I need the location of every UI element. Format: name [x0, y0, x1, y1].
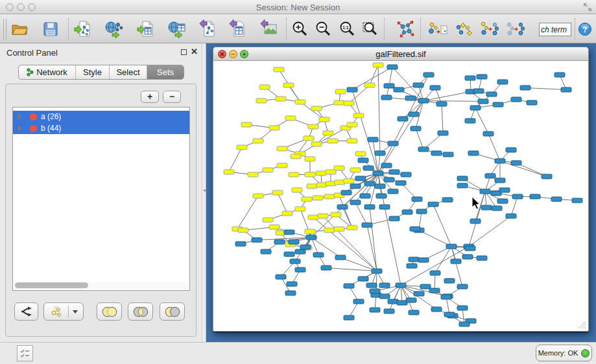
graph-node[interactable]	[274, 67, 284, 72]
graph-node[interactable]	[520, 85, 530, 90]
add-set-button[interactable]: +	[141, 91, 159, 103]
graph-node[interactable]	[276, 97, 286, 101]
graph-node[interactable]	[328, 139, 338, 143]
graph-node[interactable]	[350, 184, 361, 188]
graph-node[interactable]	[323, 131, 333, 135]
graph-node[interactable]	[364, 205, 375, 209]
graph-node[interactable]	[311, 106, 322, 111]
open-session-button[interactable]	[8, 18, 30, 40]
panel-splitter[interactable]: ◂	[202, 43, 206, 342]
graph-node[interactable]	[431, 307, 442, 312]
graph-node[interactable]	[389, 216, 399, 221]
graph-node[interactable]	[430, 85, 440, 90]
graph-node[interactable]	[360, 194, 370, 198]
graph-node[interactable]	[493, 102, 503, 107]
graph-node[interactable]	[319, 117, 329, 122]
import-table-from-file-button[interactable]	[135, 18, 157, 40]
graph-node[interactable]	[481, 205, 492, 210]
set-difference-button[interactable]	[160, 302, 185, 321]
graph-node[interactable]	[253, 194, 263, 198]
graph-node[interactable]	[316, 171, 326, 176]
graph-node[interactable]	[253, 139, 263, 143]
graph-edge[interactable]	[433, 205, 451, 247]
graph-node[interactable]	[379, 283, 390, 288]
graph-node[interactable]	[274, 240, 285, 244]
graph-node[interactable]	[506, 214, 516, 218]
graph-node[interactable]	[414, 291, 424, 296]
graph-node[interactable]	[451, 259, 461, 264]
graph-node[interactable]	[497, 199, 508, 203]
graph-node[interactable]	[368, 137, 378, 142]
graph-node[interactable]	[402, 210, 412, 214]
graph-node[interactable]	[283, 83, 294, 87]
graph-node[interactable]	[366, 283, 377, 288]
graph-node[interactable]	[335, 255, 346, 260]
graph-edge[interactable]	[237, 196, 258, 229]
graph-node[interactable]	[561, 87, 571, 92]
save-session-button[interactable]	[40, 18, 62, 40]
graph-node[interactable]	[485, 174, 495, 178]
graph-node[interactable]	[324, 228, 335, 233]
tab-network[interactable]: Network	[19, 65, 76, 79]
graph-node[interactable]	[335, 89, 346, 94]
graph-edge[interactable]	[378, 101, 423, 174]
graph-node[interactable]	[259, 85, 270, 89]
graph-edge[interactable]	[475, 108, 488, 134]
graph-node[interactable]	[413, 83, 423, 87]
network-graph[interactable]	[214, 61, 588, 330]
graph-node[interactable]	[497, 80, 508, 84]
graph-node[interactable]	[263, 218, 273, 222]
graph-node[interactable]	[444, 312, 455, 317]
graph-node[interactable]	[289, 172, 299, 177]
remove-set-button[interactable]: −	[163, 91, 181, 103]
graph-node[interactable]	[295, 267, 305, 272]
graph-node[interactable]	[364, 181, 375, 186]
graph-node[interactable]	[420, 284, 431, 289]
graph-node[interactable]	[331, 212, 341, 217]
graph-node[interactable]	[457, 284, 468, 289]
graph-node[interactable]	[324, 194, 335, 199]
graph-node[interactable]	[334, 166, 344, 170]
graph-node[interactable]	[363, 166, 374, 170]
horizontal-scrollbar[interactable]	[14, 282, 189, 289]
export-network-button[interactable]	[197, 18, 219, 40]
graph-edge[interactable]	[389, 67, 392, 86]
graph-node[interactable]	[295, 249, 305, 254]
graph-edge[interactable]	[378, 174, 385, 207]
graph-node[interactable]	[418, 98, 429, 103]
graph-node[interactable]	[381, 163, 392, 168]
graph-edge[interactable]	[370, 207, 377, 271]
graph-node[interactable]	[373, 171, 383, 176]
graph-node[interactable]	[511, 161, 521, 165]
network-window-titlebar[interactable]: ✕ − + galFiltered.sif	[213, 47, 588, 61]
graph-node[interactable]	[355, 176, 366, 181]
graph-edge[interactable]	[435, 273, 435, 291]
graph-node[interactable]	[430, 271, 440, 275]
scrollbar-thumb[interactable]	[15, 282, 88, 288]
graph-node[interactable]	[436, 102, 447, 106]
graph-node[interactable]	[389, 170, 399, 174]
graph-node[interactable]	[375, 184, 385, 188]
graph-node[interactable]	[261, 249, 271, 254]
graph-node[interactable]	[347, 225, 357, 230]
help-button[interactable]: ?	[577, 18, 593, 40]
graph-node[interactable]	[388, 141, 398, 146]
graph-node[interactable]	[344, 179, 354, 183]
graph-node[interactable]	[551, 197, 562, 201]
set-union-button[interactable]	[97, 302, 122, 321]
graph-node[interactable]	[495, 159, 505, 163]
task-history-button[interactable]	[17, 345, 33, 361]
graph-node[interactable]	[344, 284, 354, 288]
graph-node[interactable]	[302, 197, 312, 201]
graph-node[interactable]	[370, 289, 380, 293]
graph-node[interactable]	[295, 100, 305, 104]
graph-node[interactable]	[457, 306, 468, 310]
graph-node[interactable]	[344, 315, 354, 320]
graph-node[interactable]	[398, 117, 408, 121]
graph-edge[interactable]	[229, 148, 242, 172]
graph-node[interactable]	[446, 244, 457, 249]
graph-node[interactable]	[256, 98, 267, 103]
graph-node[interactable]	[358, 277, 368, 281]
zoom-fit-content-button[interactable]	[359, 18, 381, 40]
graph-edge[interactable]	[511, 197, 518, 216]
